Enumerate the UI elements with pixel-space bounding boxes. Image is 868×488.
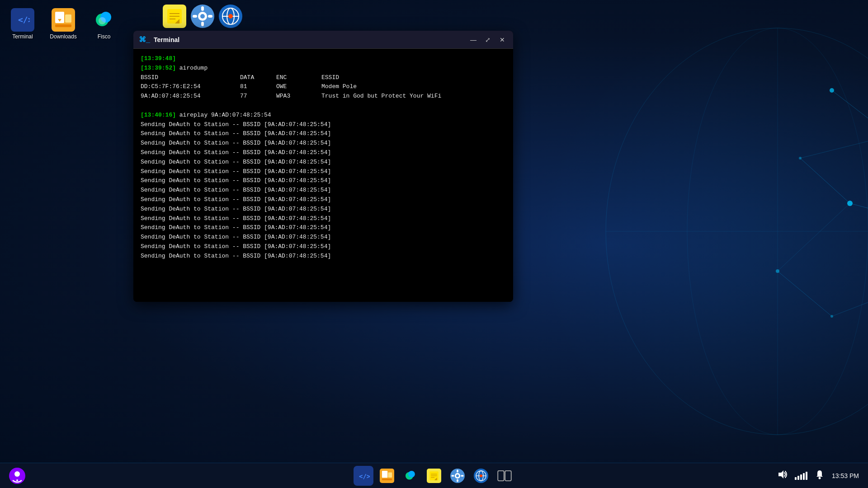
taskbar-system-tray: 13:53 PM — [778, 469, 868, 482]
desktop-icons-container: </> Terminal Downloads — [0, 0, 127, 48]
taskbar-signal-icon[interactable] — [795, 472, 807, 480]
svg-point-52 — [16, 479, 18, 481]
svg-rect-57 — [388, 472, 392, 477]
terminal-maximize-button[interactable]: ⤢ — [482, 34, 493, 45]
timestamp-2: [13:39:52] — [141, 65, 176, 71]
desktop-icon-chat[interactable]: Fisco — [86, 5, 122, 43]
top-settings-icon[interactable] — [191, 5, 214, 28]
terminal-controls: — ⤢ ✕ — [468, 34, 508, 45]
taskbar-time: 13:53 PM — [832, 472, 859, 479]
taskbar-terminal-icon[interactable]: </> — [354, 466, 373, 486]
terminal-title-area: ⌘_ Terminal — [139, 35, 179, 44]
table-row-1: DD:C5:7F:76:E2:54 81 OWE Modem Pole — [141, 82, 506, 92]
empty-line — [141, 101, 506, 111]
svg-point-60 — [408, 470, 415, 477]
terminal-line-1: [13:39:48] — [141, 54, 506, 64]
taskbar-files-icon[interactable] — [377, 466, 397, 486]
terminal-icon-label: Terminal — [12, 33, 33, 40]
taskbar: </> — [0, 463, 868, 488]
downloads-svg-icon — [52, 8, 75, 32]
deauth-line-11: Sending DeAuth to Station -- BSSID [9A:A… — [141, 214, 506, 224]
cmd-1: airodump — [176, 65, 208, 71]
svg-rect-44 — [208, 15, 212, 18]
terminal-title-text: Terminal — [154, 36, 179, 43]
svg-rect-72 — [451, 475, 454, 477]
svg-point-49 — [228, 14, 233, 19]
table-row-2: 9A:AD:07:48:25:54 77 WPA3 Trust in God b… — [141, 92, 506, 101]
top-sticky-icon[interactable] — [163, 5, 186, 28]
terminal-titlebar: ⌘_ Terminal — ⤢ ✕ — [133, 31, 513, 49]
deauth-line-13: Sending DeAuth to Station -- BSSID [9A:A… — [141, 233, 506, 242]
svg-point-69 — [456, 474, 459, 477]
deauth-line-8: Sending DeAuth to Station -- BSSID [9A:A… — [141, 186, 506, 195]
taskbar-chat-icon[interactable] — [401, 466, 420, 486]
row2-essid: Trust in God but Protect Your WiFi — [321, 92, 506, 101]
chat-icon — [92, 8, 116, 32]
terminal-close-button[interactable]: ✕ — [497, 34, 508, 45]
deauth-line-9: Sending DeAuth to Station -- BSSID [9A:A… — [141, 195, 506, 205]
chat-svg-icon — [92, 8, 116, 32]
taskbar-volume-icon[interactable] — [778, 469, 788, 482]
terminal-line-2: [13:39:52] airodump — [141, 64, 506, 73]
terminal-minimize-button[interactable]: — — [468, 34, 479, 45]
svg-rect-70 — [457, 469, 458, 472]
row2-data: 77 — [240, 92, 276, 101]
svg-rect-43 — [193, 15, 197, 18]
svg-rect-58 — [382, 479, 392, 480]
svg-text:</>: </> — [18, 15, 30, 24]
taskbar-browser-icon[interactable] — [471, 466, 491, 486]
terminal-svg-icon: </> — [15, 13, 30, 27]
svg-rect-73 — [461, 475, 463, 477]
deauth-line-3: Sending DeAuth to Station -- BSSID [9A:A… — [141, 139, 506, 148]
top-quick-launch — [163, 5, 242, 28]
taskbar-left — [0, 466, 27, 486]
deauth-line-4: Sending DeAuth to Station -- BSSID [9A:A… — [141, 148, 506, 158]
svg-point-40 — [200, 14, 205, 19]
desktop-icon-terminal[interactable]: </> Terminal — [5, 5, 41, 43]
row2-bssid: 9A:AD:07:48:25:54 — [141, 92, 240, 101]
row2-enc: WPA3 — [276, 92, 321, 101]
svg-point-31 — [99, 17, 106, 24]
deauth-line-7: Sending DeAuth to Station -- BSSID [9A:A… — [141, 176, 506, 186]
taskbar-settings-icon[interactable] — [448, 466, 467, 486]
terminal-content[interactable]: [13:39:48] [13:39:52] airodump BSSID DAT… — [133, 49, 513, 302]
svg-rect-28 — [55, 24, 71, 27]
deauth-line-5: Sending DeAuth to Station -- BSSID [9A:A… — [141, 158, 506, 167]
deauth-line-1: Sending DeAuth to Station -- BSSID [9A:A… — [141, 120, 506, 130]
svg-point-82 — [819, 477, 821, 479]
svg-point-51 — [14, 471, 20, 477]
deauth-line-2: Sending DeAuth to Station -- BSSID [9A:A… — [141, 129, 506, 139]
downloads-icon — [52, 8, 75, 32]
chat-icon-label: Fisco — [98, 33, 111, 40]
deauth-line-10: Sending DeAuth to Station -- BSSID [9A:A… — [141, 205, 506, 214]
top-browser-icon[interactable] — [219, 5, 242, 28]
deauth-line-14: Sending DeAuth to Station -- BSSID [9A:A… — [141, 242, 506, 252]
svg-rect-79 — [498, 470, 504, 480]
svg-text:</>: </> — [359, 473, 370, 480]
deauth-lines-container: Sending DeAuth to Station -- BSSID [9A:A… — [141, 120, 506, 261]
svg-rect-56 — [382, 470, 387, 477]
taskbar-multitask-icon[interactable] — [495, 466, 514, 486]
taskbar-sticky-icon[interactable] — [424, 466, 444, 486]
taskbar-center: </> — [354, 466, 514, 486]
svg-rect-42 — [201, 22, 204, 26]
col-bssid: BSSID — [141, 73, 240, 83]
row1-bssid: DD:C5:7F:76:E2:54 — [141, 82, 240, 92]
svg-marker-81 — [778, 470, 783, 479]
taskbar-podcast-icon[interactable] — [7, 466, 27, 486]
col-data: DATA — [240, 73, 276, 83]
table-header-row: BSSID DATA ENC ESSID — [141, 73, 506, 83]
terminal-line-aireplay: [13:40:16] aireplay 9A:AD:07:48:25:54 — [141, 111, 506, 120]
cmd-2: aireplay 9A:AD:07:48:25:54 — [176, 112, 271, 118]
taskbar-notification-icon[interactable] — [815, 469, 825, 482]
timestamp-1: [13:39:48] — [141, 55, 176, 62]
row1-enc: OWE — [276, 82, 321, 92]
desktop-icon-downloads[interactable]: Downloads — [45, 5, 81, 43]
terminal-icon: </> — [11, 8, 34, 32]
desktop: </> Terminal Downloads — [0, 0, 868, 488]
svg-rect-71 — [457, 479, 458, 482]
terminal-prompt-icon: ⌘_ — [139, 35, 150, 44]
svg-rect-27 — [65, 14, 71, 23]
svg-point-78 — [480, 474, 482, 477]
deauth-line-15: Sending DeAuth to Station -- BSSID [9A:A… — [141, 252, 506, 261]
